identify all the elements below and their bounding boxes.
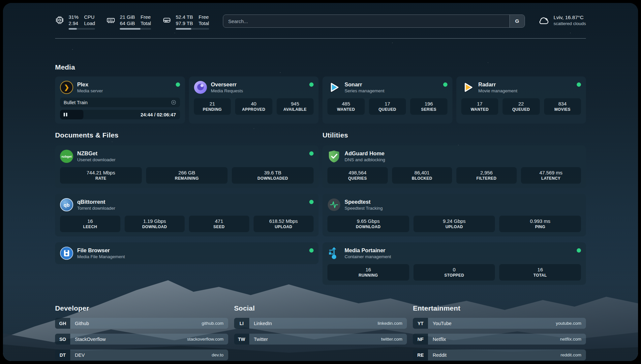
service-title: Speedtest [345, 198, 383, 205]
plex-card[interactable]: ❯ Plex Media server Bullet Train [55, 76, 185, 124]
playback-time: 24:44 / 02:06:47 [140, 112, 176, 117]
disk-total-label: Total [198, 20, 209, 26]
disk-free-value: 52.4 TB [176, 14, 193, 20]
status-dot [309, 200, 314, 204]
status-dot [309, 82, 314, 87]
documents-column: Documents & Files nzbget NZBGet Usenet d… [55, 131, 319, 264]
stat-leech: 16LEECH [60, 216, 120, 232]
memory-free-value: 21 GiB [120, 14, 135, 20]
status-dot [577, 82, 581, 87]
stat-pending: 21PENDING [194, 98, 231, 115]
radarr-logo-icon [461, 81, 474, 94]
service-title: Media Portainer [345, 247, 391, 254]
speedtest-logo-icon [327, 198, 341, 211]
top-bar: 31% 2.94 CPU Load [55, 14, 586, 30]
developer-links: Developer GH Githubgithub.com SO StackOv… [55, 304, 228, 361]
stat-queued: 22QUEUED [503, 98, 540, 115]
section-title-developer: Developer [55, 304, 228, 313]
link-url: linkedin.com [378, 321, 402, 326]
service-subtitle: Speedtest Tracking [345, 205, 383, 211]
stat-latency: 47.569 msLATENCY [521, 167, 581, 184]
link-github[interactable]: GH Githubgithub.com [55, 318, 228, 329]
stat-blocked: 86,401BLOCKED [392, 167, 452, 184]
stat-upload: 618.52 MbpsUPLOAD [254, 216, 314, 232]
stat-download: 1.19 GbpsDOWNLOAD [125, 216, 185, 232]
sonarr-logo-icon [327, 81, 341, 94]
weather-widget[interactable]: Lviv, 16.87°C scattered clouds [537, 14, 586, 26]
cpu-usage-value: 31% [69, 14, 78, 20]
link-reddit[interactable]: RE Redditreddit.com [413, 349, 586, 360]
service-title: Sonarr [345, 81, 384, 88]
status-dot [443, 82, 447, 87]
stat-wanted: 17WANTED [461, 98, 499, 115]
portainer-card[interactable]: Media Portainer Container management 16R… [322, 242, 586, 285]
link-twitter[interactable]: TW Twittertwitter.com [234, 334, 407, 345]
cpu-progress-bar [69, 28, 95, 30]
google-search-button[interactable]: G [509, 15, 525, 27]
link-youtube[interactable]: YT YouTubeyoutube.com [413, 318, 586, 329]
nzbget-card[interactable]: nzbget NZBGet Usenet downloader 744.21 M… [55, 145, 319, 188]
stat-approved: 40APPROVED [235, 98, 272, 115]
dashboard-window: 31% 2.94 CPU Load [3, 3, 638, 361]
link-url: dev.to [212, 352, 224, 357]
overseerr-logo-icon [194, 81, 207, 94]
stat-filtered: 2,956FILTERED [456, 167, 517, 184]
sonarr-card[interactable]: Sonarr Series management 485WANTED 17QUE… [322, 76, 452, 124]
service-title: AdGuard Home [345, 150, 385, 157]
weather-condition: scattered clouds [554, 21, 586, 26]
pause-button[interactable] [64, 113, 67, 116]
link-name: Netflix [433, 337, 446, 342]
stat-stopped: 0STOPPED [413, 264, 495, 281]
memory-progress-bar [120, 28, 151, 30]
service-subtitle: Series management [345, 88, 384, 94]
link-netflix[interactable]: NF Netflixnetflix.com [413, 334, 586, 345]
stat-wanted: 485WANTED [327, 98, 365, 115]
weather-location-temp: Lviv, 16.87°C [554, 14, 586, 21]
search-input[interactable] [223, 15, 509, 27]
adguard-card[interactable]: AdGuard Home DNS and adblocking 498,564Q… [322, 145, 586, 188]
section-title-social: Social [234, 304, 407, 313]
section-title-entertainment: Entertainment [413, 304, 586, 313]
link-name: YouTube [433, 321, 451, 326]
service-title: qBittorrent [77, 198, 115, 205]
disk-icon [162, 15, 171, 25]
radarr-card[interactable]: Radarr Movie management 17WANTED 22QUEUE… [456, 76, 586, 124]
service-subtitle: Usenet downloader [77, 157, 115, 163]
qbittorrent-card[interactable]: qb qBittorrent Torrent downloader 16LEEC… [55, 194, 319, 236]
entertainment-links: Entertainment YT YouTubeyoutube.com NF N… [413, 304, 586, 361]
ram-icon [106, 15, 115, 25]
overseerr-card[interactable]: Overseerr Media Requests 21PENDING 40APP… [189, 76, 319, 124]
service-subtitle: Container management [345, 254, 391, 259]
now-playing-row: Bullet Train [60, 98, 180, 107]
service-title: Overseerr [211, 81, 243, 88]
service-title: Plex [77, 81, 103, 88]
stat-queries: 498,564QUERIES [327, 167, 388, 184]
media-type-icon [171, 100, 176, 105]
link-linkedin[interactable]: LI LinkedInlinkedin.com [234, 318, 407, 329]
stat-series: 196SERIES [410, 98, 447, 115]
search-bar: G [223, 15, 525, 28]
stat-seed: 471SEED [189, 216, 249, 232]
disk-free-label: Free [198, 14, 209, 20]
link-name: Github [75, 321, 89, 326]
service-subtitle: Media Requests [211, 88, 243, 94]
utilities-column: Utilities AdGuard Home [322, 131, 586, 285]
section-title-utilities: Utilities [322, 131, 586, 139]
stat-movies: 834MOVIES [544, 98, 581, 115]
service-subtitle: Media File Management [77, 254, 125, 259]
status-dot [309, 151, 314, 156]
filebrowser-card[interactable]: File Browser Media File Management [55, 242, 319, 264]
link-stackoverflow[interactable]: SO StackOverflowstackoverflow.com [55, 334, 228, 345]
link-url: github.com [202, 321, 224, 326]
link-dev[interactable]: DT DEVdev.to [55, 349, 228, 360]
speedtest-card[interactable]: Speedtest Speedtest Tracking 9.65 GbpsDO… [322, 194, 586, 236]
playback-progress-bar: 24:44 / 02:06:47 [60, 110, 180, 119]
adguard-logo-icon [327, 150, 341, 163]
cpu-stat: 31% 2.94 CPU Load [55, 14, 95, 30]
system-stats: 31% 2.94 CPU Load [55, 14, 209, 30]
link-url: youtube.com [556, 321, 581, 326]
service-title: File Browser [77, 247, 125, 254]
memory-stat: 21 GiB 64 GiB Free Total [106, 14, 151, 30]
cpu-load-label: Load [84, 20, 95, 26]
section-title-documents: Documents & Files [55, 131, 319, 139]
